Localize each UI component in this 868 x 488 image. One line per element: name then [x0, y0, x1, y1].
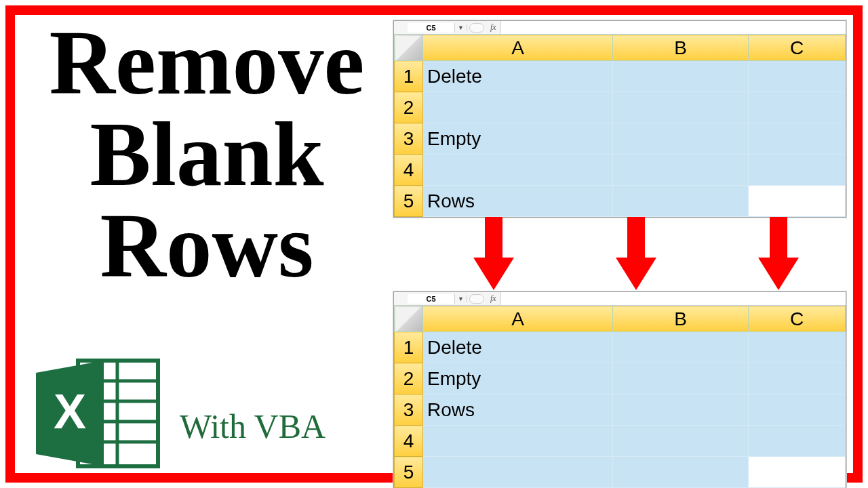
cell[interactable]	[613, 186, 749, 217]
table-row: 2 Empty	[395, 363, 846, 394]
name-box[interactable]: C5	[408, 294, 455, 304]
name-box[interactable]: C5	[408, 23, 455, 33]
cell[interactable]: Delete	[423, 61, 613, 92]
table-row: 5 Rows	[395, 186, 846, 217]
cell[interactable]	[749, 332, 846, 363]
title-line-1: Remove	[31, 17, 383, 108]
cell[interactable]	[613, 426, 749, 457]
excel-icon: X	[31, 352, 166, 474]
col-header-b[interactable]: B	[613, 35, 749, 61]
table-row: 4	[395, 426, 846, 457]
formula-input[interactable]	[500, 21, 846, 34]
row-header[interactable]: 1	[395, 332, 423, 363]
formula-input[interactable]	[500, 292, 846, 305]
grid-after: A B C 1 Delete 2 Empty 3 Rows 4	[394, 306, 846, 488]
fx-pill	[469, 294, 484, 304]
cell[interactable]: Rows	[423, 186, 613, 217]
cell[interactable]	[423, 426, 613, 457]
col-header-a[interactable]: A	[423, 306, 613, 332]
row-header[interactable]: 5	[395, 186, 423, 217]
cell[interactable]	[423, 457, 613, 488]
col-header-a[interactable]: A	[423, 35, 613, 61]
name-box-dropdown-icon[interactable]: ▼	[455, 296, 467, 302]
active-cell[interactable]	[749, 186, 846, 217]
table-row: 1 Delete	[395, 332, 846, 363]
cell[interactable]	[613, 61, 749, 92]
arrow-down-icon	[766, 217, 791, 288]
select-all-corner[interactable]	[395, 35, 423, 61]
row-header[interactable]: 5	[395, 457, 423, 488]
cell[interactable]: Rows	[423, 394, 613, 426]
active-cell[interactable]	[749, 457, 846, 488]
cell[interactable]: Empty	[423, 123, 613, 155]
cell[interactable]	[749, 394, 846, 426]
cell[interactable]	[423, 155, 613, 186]
table-row: 3 Rows	[395, 394, 846, 426]
subtitle: With VBA	[180, 407, 326, 446]
cell[interactable]	[749, 426, 846, 457]
cell[interactable]	[613, 155, 749, 186]
cell[interactable]	[613, 92, 749, 123]
col-header-b[interactable]: B	[613, 306, 749, 332]
arrow-down-icon	[481, 217, 506, 288]
cell[interactable]	[613, 363, 749, 394]
table-row: 5	[395, 457, 846, 488]
cell[interactable]	[613, 457, 749, 488]
cell[interactable]	[613, 332, 749, 363]
main-title: Remove Blank Rows	[31, 17, 383, 291]
grid-before: A B C 1 Delete 2 3 Empty 4	[394, 35, 846, 217]
spreadsheet-before: C5 ▼ fx A B C 1 Delete 2 3 Empty	[393, 20, 846, 218]
fx-icon[interactable]: fx	[486, 293, 500, 304]
cell[interactable]	[749, 155, 846, 186]
svg-text:X: X	[54, 384, 86, 439]
cell[interactable]	[613, 394, 749, 426]
title-line-2: Blank	[31, 108, 383, 200]
cell[interactable]	[749, 61, 846, 92]
spreadsheet-after: C5 ▼ fx A B C 1 Delete 2 Empty 3 Rows	[393, 291, 846, 488]
arrow-down-icon	[624, 217, 648, 288]
cell[interactable]: Delete	[423, 332, 613, 363]
fx-pill	[469, 23, 484, 33]
row-header[interactable]: 1	[395, 61, 423, 92]
title-line-3: Rows	[31, 200, 383, 291]
row-header[interactable]: 3	[395, 123, 423, 155]
cell[interactable]	[749, 363, 846, 394]
table-row: 2	[395, 92, 846, 123]
row-header[interactable]: 4	[395, 426, 423, 457]
fx-icon[interactable]: fx	[486, 22, 500, 33]
col-header-c[interactable]: C	[749, 35, 846, 61]
formula-bar: C5 ▼ fx	[394, 21, 846, 35]
formula-bar: C5 ▼ fx	[394, 292, 846, 306]
select-all-corner[interactable]	[395, 306, 423, 332]
cell[interactable]	[613, 123, 749, 155]
row-header[interactable]: 2	[395, 92, 423, 123]
cell[interactable]	[423, 92, 613, 123]
cell[interactable]	[749, 123, 846, 155]
col-header-c[interactable]: C	[749, 306, 846, 332]
table-row: 3 Empty	[395, 123, 846, 155]
name-box-dropdown-icon[interactable]: ▼	[455, 24, 467, 31]
cell[interactable]: Empty	[423, 363, 613, 394]
cell[interactable]	[749, 92, 846, 123]
row-header[interactable]: 3	[395, 394, 423, 426]
table-row: 4	[395, 155, 846, 186]
row-header[interactable]: 2	[395, 363, 423, 394]
row-header[interactable]: 4	[395, 155, 423, 186]
table-row: 1 Delete	[395, 61, 846, 92]
